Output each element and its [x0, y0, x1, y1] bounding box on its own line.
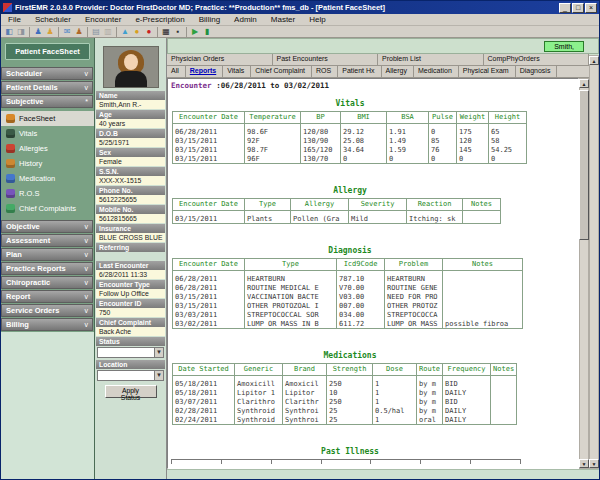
- sync-icon[interactable]: ▲: [120, 27, 130, 37]
- tab-compphyorders[interactable]: CompPhyOrders: [484, 54, 590, 65]
- logout-icon[interactable]: ◨: [16, 27, 26, 37]
- sidebar-item-chief-complaints[interactable]: Chief Complaints: [1, 201, 94, 216]
- sidebar-section-patient-details[interactable]: Patient Detailsv: [1, 81, 93, 94]
- allergies-icon: [6, 144, 15, 153]
- sidebar-item-vitals[interactable]: Vitals: [1, 126, 94, 141]
- record-icon[interactable]: ●: [144, 27, 154, 37]
- minimize-icon[interactable]: _: [559, 3, 571, 13]
- table-cell: 03/02/2011: [173, 319, 245, 329]
- apply-status-button[interactable]: Apply Status: [105, 385, 157, 398]
- table-cell: V70.00: [337, 283, 385, 292]
- scrollbar-thumb[interactable]: [579, 90, 589, 240]
- tab-vitals[interactable]: Vitals: [223, 66, 251, 77]
- scroll-down-icon[interactable]: ▼: [579, 459, 589, 468]
- sidebar-section-subjective[interactable]: Subjective*: [1, 95, 93, 108]
- scroll-up-icon[interactable]: ▲: [589, 56, 599, 65]
- scroll-down-icon[interactable]: ▼: [589, 459, 599, 468]
- patient-field-value-encounter-id: 750: [96, 308, 165, 317]
- inner-scrollbar[interactable]: ▲ ▼: [579, 78, 589, 469]
- facesheet-icon: [6, 114, 15, 123]
- scroll-up-icon[interactable]: ▲: [579, 79, 589, 88]
- sidebar-item-allergies[interactable]: Allergies: [1, 141, 94, 156]
- grid-icon[interactable]: ▦: [161, 27, 171, 37]
- menu-item-master[interactable]: Master: [264, 15, 302, 24]
- table-row: 06/28/2011HEARTBURN787.10HEARTBURN: [173, 271, 523, 284]
- report-section-title-diagnosis: Diagnosis: [171, 246, 529, 255]
- menu-item-billing[interactable]: Billing: [192, 15, 227, 24]
- menu-item-admin[interactable]: Admin: [227, 15, 264, 24]
- table-cell: Lipitor 1: [235, 388, 283, 397]
- table-cell: 0: [457, 154, 489, 164]
- patient-facesheet-button[interactable]: Patient FaceSheet: [5, 43, 90, 60]
- clock-icon[interactable]: ●: [132, 27, 142, 37]
- tab-patient-hx[interactable]: Patient Hx: [338, 66, 381, 77]
- tab-allergy[interactable]: Allergy: [382, 66, 414, 77]
- stub-cell: [321, 460, 371, 464]
- tab-ros[interactable]: ROS: [312, 66, 338, 77]
- sidebar-section-practice-reports[interactable]: Practice Reportsv: [1, 262, 93, 275]
- app-icon: [3, 3, 12, 12]
- table-cell: [491, 415, 517, 425]
- chevron-down-icon: v: [85, 279, 89, 286]
- sidebar-section-service-orders[interactable]: Service Ordersv: [1, 304, 93, 317]
- tab-physician-orders[interactable]: Physician Orders: [167, 54, 273, 65]
- menu-item-e-prescription[interactable]: e-Prescription: [128, 15, 191, 24]
- reports-icon[interactable]: ▤: [91, 27, 101, 37]
- sidebar-section-assessment[interactable]: Assessmentv: [1, 234, 93, 247]
- sidebar-section-billing[interactable]: Billingv: [1, 318, 93, 331]
- sidebar-section-items: FaceSheetVitalsAllergiesHistoryMedicatio…: [1, 109, 94, 219]
- restore-icon[interactable]: □: [572, 3, 584, 13]
- exit-icon[interactable]: ◧: [4, 27, 14, 37]
- menu-item-scheduler[interactable]: Scheduler: [28, 15, 78, 24]
- sidebar-section-label: Plan: [6, 250, 22, 259]
- chevron-down-icon[interactable]: ▼: [154, 371, 163, 380]
- menu-item-encounter[interactable]: Encounter: [78, 15, 128, 24]
- copy-icon[interactable]: ▥: [103, 27, 113, 37]
- sidebar-item-medication[interactable]: Medication: [1, 171, 94, 186]
- patient-add-icon[interactable]: ♟: [45, 27, 55, 37]
- sidebar-section-scheduler[interactable]: Schedulerv: [1, 67, 93, 80]
- sidebar-section-objective[interactable]: Objectivev: [1, 220, 93, 233]
- tab-chief-complaint[interactable]: Chief Complaint: [251, 66, 312, 77]
- report-page: Encounter :06/28/2011 to 03/02/2011 Vita…: [167, 78, 579, 469]
- table-cell: [463, 211, 501, 224]
- chevron-down-icon: v: [85, 251, 89, 258]
- tab-physical-exam[interactable]: Physical Exam: [459, 66, 516, 77]
- status-select[interactable]: ▼: [97, 347, 164, 358]
- patient-tag-band: Smith,: [167, 38, 599, 54]
- sidebar-section-plan[interactable]: Planv: [1, 248, 93, 261]
- stop-icon[interactable]: ▪: [173, 27, 183, 37]
- tab-diagnosis[interactable]: Diagnosis: [516, 66, 558, 77]
- tab-all[interactable]: All: [167, 66, 186, 77]
- tab-problem-list[interactable]: Problem List: [378, 54, 484, 65]
- location-select[interactable]: ▼: [97, 370, 164, 381]
- patient-tag[interactable]: Smith,: [544, 41, 584, 52]
- tab-reports[interactable]: Reports: [186, 66, 223, 77]
- menu-item-file[interactable]: File: [1, 15, 28, 24]
- mail-icon[interactable]: ✉: [62, 27, 72, 37]
- table-cell: 130/70: [301, 154, 341, 164]
- close-icon[interactable]: ×: [585, 3, 597, 13]
- report-table-allergy: Encounter DateTypeAllergySeverityReactio…: [172, 198, 501, 224]
- users-icon[interactable]: ♟: [74, 27, 84, 37]
- sidebar-item-history[interactable]: History: [1, 156, 94, 171]
- table-cell: 58: [489, 136, 527, 145]
- play-icon[interactable]: ▶: [190, 27, 200, 37]
- table-cell: [443, 292, 523, 301]
- patient-search-icon[interactable]: ♟: [33, 27, 43, 37]
- tab-medication[interactable]: Medication: [414, 66, 459, 77]
- status-icon[interactable]: ▮: [202, 27, 212, 37]
- table-cell: 007.00: [337, 301, 385, 310]
- tab-past-encounters[interactable]: Past Encounters: [273, 54, 379, 65]
- toolbar: ◧◨♟♟✉♟▤▥▲●●▦▪▶▮: [1, 26, 599, 38]
- sidebar-section-chiropractic[interactable]: Chiropracticv: [1, 276, 93, 289]
- chevron-down-icon[interactable]: ▼: [154, 348, 163, 357]
- table-cell: 1.59: [387, 145, 429, 154]
- sidebar-item-r-o-s[interactable]: R.O.S: [1, 186, 94, 201]
- stub-cell: [470, 460, 521, 464]
- report-table-medications: Date StartedGenericBrandStrengthDoseRout…: [172, 363, 517, 425]
- sidebar-section-report[interactable]: Reportv: [1, 290, 93, 303]
- outer-scrollbar[interactable]: ▲ ▼: [589, 55, 599, 469]
- menu-item-help[interactable]: Help: [302, 15, 332, 24]
- sidebar-item-facesheet[interactable]: FaceSheet: [1, 111, 94, 126]
